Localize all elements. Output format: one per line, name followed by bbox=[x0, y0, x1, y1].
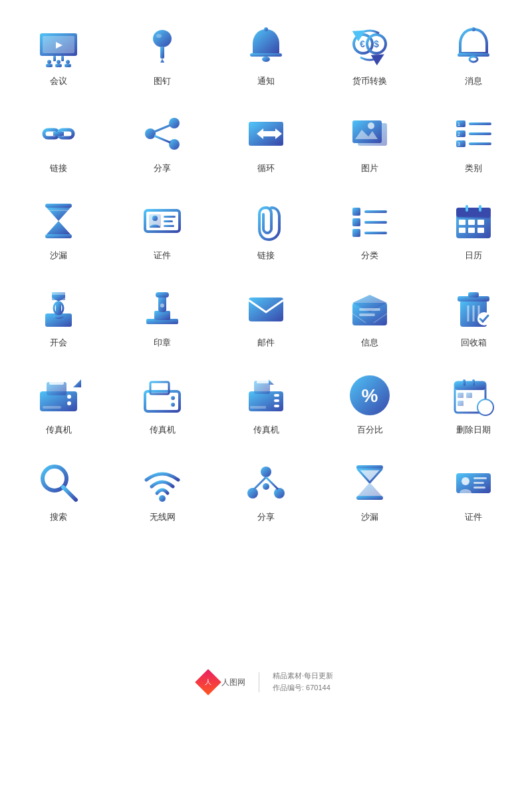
svg-point-38 bbox=[368, 122, 374, 129]
classify-icon bbox=[346, 198, 393, 244]
svg-line-30 bbox=[154, 136, 170, 142]
svg-text:%: % bbox=[362, 385, 378, 406]
svg-text:2: 2 bbox=[458, 132, 460, 136]
share-label: 分享 bbox=[154, 162, 171, 174]
svg-rect-62 bbox=[364, 232, 387, 234]
icon-item-classify: 分类 bbox=[318, 188, 422, 268]
svg-rect-67 bbox=[479, 205, 481, 212]
svg-point-24 bbox=[469, 57, 477, 62]
svg-rect-66 bbox=[466, 205, 468, 212]
meeting-label: 会议 bbox=[50, 75, 67, 87]
percent-icon: % bbox=[346, 372, 393, 419]
watermark-logo: 人 人图网 bbox=[199, 673, 245, 692]
icon-item-wifi: 无线网 bbox=[110, 449, 214, 530]
svg-rect-144 bbox=[473, 477, 487, 479]
icon-item-hourglass2: 沙漏 bbox=[318, 449, 422, 530]
svg-rect-142 bbox=[456, 473, 491, 493]
fax3-label: 传真机 bbox=[253, 424, 279, 436]
trash-icon bbox=[450, 285, 497, 331]
svg-rect-25 bbox=[53, 132, 64, 136]
icon-item-share2: 分享 bbox=[214, 449, 318, 530]
calendar-icon bbox=[450, 198, 497, 244]
svg-point-7 bbox=[57, 60, 61, 64]
message-icon bbox=[450, 23, 497, 70]
hourglass2-label: 沙漏 bbox=[361, 511, 378, 523]
pin-label: 图钉 bbox=[154, 75, 171, 87]
icon-item-message: 消息 bbox=[422, 13, 525, 94]
svg-rect-114 bbox=[274, 399, 279, 402]
svg-point-11 bbox=[153, 30, 172, 47]
svg-rect-68 bbox=[459, 220, 466, 225]
svg-rect-146 bbox=[473, 487, 485, 489]
svg-point-5 bbox=[47, 60, 51, 64]
stamp-label: 印章 bbox=[154, 337, 171, 349]
icon-item-image: 图片 bbox=[318, 100, 422, 181]
icon-item-notification: 通知 bbox=[214, 13, 318, 94]
image-icon bbox=[346, 110, 393, 157]
svg-rect-116 bbox=[250, 406, 266, 409]
svg-rect-82 bbox=[156, 292, 169, 298]
svg-rect-54 bbox=[164, 216, 176, 218]
svg-point-109 bbox=[171, 403, 175, 407]
svg-rect-86 bbox=[359, 308, 380, 311]
svg-point-83 bbox=[160, 303, 164, 307]
pin-icon bbox=[139, 23, 186, 70]
fax2-label: 传真机 bbox=[150, 424, 176, 436]
svg-rect-113 bbox=[274, 394, 279, 397]
svg-rect-8 bbox=[55, 64, 62, 67]
watermark-work-number: 作品编号: 670144 bbox=[273, 682, 333, 694]
info-label: 信息 bbox=[361, 337, 378, 349]
svg-rect-70 bbox=[477, 220, 484, 225]
svg-rect-36 bbox=[352, 120, 382, 143]
watermark: 人 人图网 精品素材·每日更新 作品编号: 670144 bbox=[133, 662, 399, 702]
cycle-label: 循环 bbox=[257, 162, 275, 174]
svg-rect-115 bbox=[274, 405, 279, 407]
svg-rect-43 bbox=[469, 132, 491, 135]
percent-label: 百分比 bbox=[357, 424, 383, 436]
icon-grid: 会议 图钉 bbox=[0, 0, 532, 543]
svg-line-29 bbox=[154, 125, 170, 132]
deletedate-label: 删除日期 bbox=[456, 424, 491, 436]
category-label: 类别 bbox=[465, 162, 482, 174]
icon-item-meeting2: 开会 bbox=[7, 275, 110, 355]
svg-point-143 bbox=[462, 477, 469, 485]
icon-item-cycle: 循环 bbox=[214, 100, 318, 181]
watermark-divider bbox=[259, 672, 259, 692]
svg-point-15 bbox=[264, 27, 268, 31]
svg-point-134 bbox=[247, 488, 258, 499]
image-label: 图片 bbox=[361, 162, 378, 174]
meeting2-icon bbox=[35, 285, 82, 331]
icon-item-percent: % 百分比 bbox=[318, 362, 422, 443]
svg-rect-127 bbox=[458, 401, 464, 406]
svg-point-53 bbox=[152, 216, 158, 221]
svg-rect-16 bbox=[250, 53, 282, 57]
svg-rect-125 bbox=[458, 393, 464, 398]
icon-item-info: 信息 bbox=[318, 275, 422, 355]
svg-point-138 bbox=[263, 483, 269, 490]
icon-item-fax3: 传真机 bbox=[214, 362, 318, 443]
svg-marker-103 bbox=[73, 379, 81, 387]
svg-rect-73 bbox=[477, 228, 484, 233]
link-label: 链接 bbox=[50, 162, 67, 174]
svg-rect-49 bbox=[45, 234, 72, 238]
svg-rect-69 bbox=[468, 220, 475, 225]
svg-rect-48 bbox=[45, 204, 72, 208]
svg-line-131 bbox=[63, 487, 76, 500]
svg-point-27 bbox=[169, 139, 180, 150]
icon-item-idcard: 证件 bbox=[110, 188, 214, 268]
svg-rect-44 bbox=[469, 142, 491, 145]
share-icon bbox=[139, 110, 186, 157]
icon-item-meeting: 会议 bbox=[7, 13, 110, 94]
icon-item-calendar: 日历 bbox=[422, 188, 525, 268]
svg-rect-71 bbox=[459, 228, 466, 233]
watermark-site: 人图网 bbox=[221, 677, 245, 688]
deletedate-icon bbox=[450, 372, 497, 419]
hourglass-icon bbox=[35, 198, 82, 244]
icon-item-link: 链接 bbox=[7, 100, 110, 181]
svg-point-9 bbox=[66, 60, 70, 64]
cycle-icon bbox=[243, 110, 289, 157]
svg-text:3: 3 bbox=[458, 142, 460, 146]
notification-label: 通知 bbox=[257, 75, 275, 87]
info-icon bbox=[346, 285, 393, 331]
icon-item-search: 搜索 bbox=[7, 449, 110, 530]
